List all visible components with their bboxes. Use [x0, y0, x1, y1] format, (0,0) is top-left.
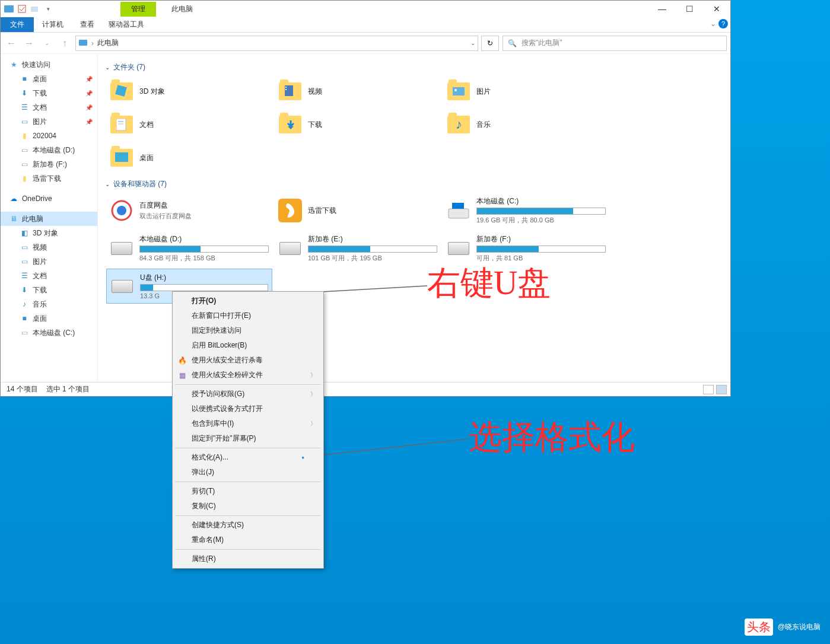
- sidebar-pc-3d[interactable]: ◧3D 对象: [1, 226, 97, 240]
- pc-icon: [78, 39, 88, 48]
- watermark: 头条 @晓东说电脑: [745, 619, 821, 636]
- search-box[interactable]: 🔍 搜索"此电脑": [503, 36, 727, 51]
- ctx-pin-start[interactable]: 固定到"开始"屏幕(P): [174, 431, 322, 446]
- ctx-copy[interactable]: 复制(C): [174, 499, 322, 514]
- qat-properties-icon[interactable]: [17, 4, 27, 14]
- qat-dropdown-icon[interactable]: ▾: [43, 4, 53, 14]
- folder-pictures[interactable]: 图片: [443, 76, 609, 107]
- sidebar-pc-videos[interactable]: ▭视频: [1, 240, 97, 254]
- drive-icon: [279, 242, 301, 255]
- svg-rect-17: [449, 209, 469, 218]
- ctx-cut[interactable]: 剪切(T): [174, 484, 322, 499]
- sidebar-item-drive-d[interactable]: ▭本地磁盘 (D:): [1, 143, 97, 157]
- folder-desktop[interactable]: 桌面: [106, 142, 272, 173]
- ctx-eject[interactable]: 弹出(J): [174, 465, 322, 480]
- ctx-open[interactable]: 打开(O): [174, 294, 322, 308]
- ctx-properties[interactable]: 属性(R): [174, 551, 322, 566]
- sidebar-quick-access[interactable]: ★快速访问: [1, 58, 97, 72]
- sidebar-pc-documents[interactable]: ☰文档: [1, 269, 97, 283]
- ctx-bitlocker[interactable]: 启用 BitLocker(B): [174, 338, 322, 353]
- device-xunlei[interactable]: 迅雷下载: [275, 193, 441, 228]
- address-box[interactable]: › 此电脑 ⌄: [75, 36, 478, 51]
- sidebar-pc-pictures[interactable]: ▭图片: [1, 254, 97, 269]
- ctx-pin-qa[interactable]: 固定到快速访问: [174, 323, 322, 338]
- sidebar-item-documents[interactable]: ☰文档📌: [1, 100, 97, 114]
- group-header-folders[interactable]: ⌄文件夹 (7): [105, 60, 723, 75]
- sidebar-item-desktop[interactable]: ■桌面📌: [1, 72, 97, 86]
- sidebar-item-folder[interactable]: ▮202004: [1, 129, 97, 143]
- sidebar-pc-downloads[interactable]: ⬇下载: [1, 283, 97, 297]
- window-title: 此电脑: [171, 4, 193, 14]
- address-dropdown-icon[interactable]: ⌄: [470, 40, 475, 46]
- search-placeholder: 搜索"此电脑": [521, 38, 562, 48]
- sidebar: ★快速访问 ■桌面📌 ⬇下载📌 ☰文档📌 ▭图片📌 ▮202004 ▭本地磁盘 …: [1, 54, 98, 382]
- sidebar-pc-music[interactable]: ♪音乐: [1, 297, 97, 311]
- folder-icon: ♪: [447, 116, 470, 133]
- sidebar-item-drive-f[interactable]: ▭新加卷 (F:): [1, 157, 97, 171]
- device-baidu[interactable]: 百度网盘双击运行百度网盘: [106, 193, 272, 228]
- folder-documents[interactable]: 文档: [106, 109, 272, 140]
- ctx-huorong-scan[interactable]: 🔥使用火绒安全进行杀毒: [174, 353, 322, 368]
- folder-downloads[interactable]: 下载: [275, 109, 441, 140]
- picture-icon: ▭: [20, 117, 29, 126]
- star-icon: ★: [9, 60, 18, 69]
- help-icon[interactable]: ?: [718, 19, 728, 28]
- menu-bar: 文件 计算机 查看 驱动器工具 ⌄ ?: [1, 17, 730, 33]
- quick-access-toolbar: ▾: [1, 4, 56, 14]
- pin-icon: 📌: [85, 90, 93, 97]
- ribbon-tab-manage[interactable]: 管理: [120, 2, 156, 17]
- minimize-button[interactable]: ―: [648, 1, 676, 17]
- qat-new-folder-icon[interactable]: [30, 4, 40, 14]
- svg-rect-2: [31, 7, 38, 12]
- nav-up-button[interactable]: ↑: [58, 36, 72, 50]
- folder-3d-objects[interactable]: 3D 对象: [106, 76, 272, 107]
- svg-line-21: [309, 439, 469, 457]
- sidebar-this-pc[interactable]: 🖥此电脑: [1, 212, 97, 226]
- menu-drive-tools[interactable]: 驱动器工具: [103, 17, 150, 32]
- svg-rect-19: [458, 203, 464, 209]
- sidebar-item-xunlei[interactable]: ▮迅雷下载: [1, 171, 97, 186]
- menu-view[interactable]: 查看: [72, 17, 103, 32]
- nav-forward-button[interactable]: →: [22, 36, 36, 50]
- group-header-devices[interactable]: ⌄设备和驱动器 (7): [105, 177, 723, 192]
- sidebar-item-pictures[interactable]: ▭图片📌: [1, 114, 97, 129]
- folder-music[interactable]: ♪音乐: [443, 109, 609, 140]
- music-icon: ♪: [20, 299, 29, 309]
- app-icon: [4, 4, 14, 14]
- drive-d[interactable]: 本地磁盘 (D:)84.3 GB 可用，共 158 GB: [106, 231, 272, 266]
- drive-c[interactable]: 本地磁盘 (C:)19.6 GB 可用，共 80.0 GB: [443, 193, 609, 228]
- folder-icon: ▮: [20, 131, 29, 141]
- capacity-bar: [139, 246, 269, 253]
- ribbon-expand-icon[interactable]: ⌄: [710, 20, 716, 28]
- ctx-include-lib[interactable]: 包含到库中(I)〉: [174, 416, 322, 431]
- svg-rect-7: [285, 89, 287, 90]
- view-icons-button[interactable]: [716, 385, 727, 394]
- annotation-text-2: 选择格式化: [469, 415, 635, 460]
- svg-rect-6: [285, 87, 287, 88]
- refresh-button[interactable]: ↻: [481, 36, 499, 51]
- ctx-portable[interactable]: 以便携式设备方式打开: [174, 401, 322, 416]
- sidebar-onedrive[interactable]: ☁OneDrive: [1, 192, 97, 206]
- ctx-grant-access[interactable]: 授予访问权限(G)〉: [174, 387, 322, 401]
- folder-videos[interactable]: 视频: [275, 76, 441, 107]
- nav-back-button[interactable]: ←: [4, 36, 18, 50]
- view-details-button[interactable]: [703, 385, 714, 394]
- drive-e[interactable]: 新加卷 (E:)101 GB 可用，共 195 GB: [275, 231, 441, 266]
- sidebar-item-downloads[interactable]: ⬇下载📌: [1, 86, 97, 100]
- ctx-format[interactable]: 格式化(A)...●: [174, 450, 322, 465]
- sidebar-pc-desktop[interactable]: ■桌面: [1, 311, 97, 326]
- maximize-button[interactable]: ☐: [676, 1, 703, 17]
- menu-file[interactable]: 文件: [1, 17, 34, 32]
- ctx-new-window[interactable]: 在新窗口中打开(E): [174, 308, 322, 323]
- download-icon: ⬇: [20, 285, 29, 295]
- ctx-rename[interactable]: 重命名(M): [174, 533, 322, 547]
- ctx-shortcut[interactable]: 创建快捷方式(S): [174, 518, 322, 533]
- search-icon: 🔍: [508, 39, 517, 47]
- sidebar-pc-drive-c[interactable]: ▭本地磁盘 (C:): [1, 326, 97, 340]
- svg-rect-3: [79, 40, 87, 46]
- body: ★快速访问 ■桌面📌 ⬇下载📌 ☰文档📌 ▭图片📌 ▮202004 ▭本地磁盘 …: [1, 54, 730, 382]
- close-button[interactable]: ✕: [703, 1, 730, 17]
- ctx-huorong-shred[interactable]: ▦使用火绒安全粉碎文件〉: [174, 368, 322, 382]
- nav-recent-icon[interactable]: ⌄: [40, 36, 54, 50]
- menu-computer[interactable]: 计算机: [34, 17, 72, 32]
